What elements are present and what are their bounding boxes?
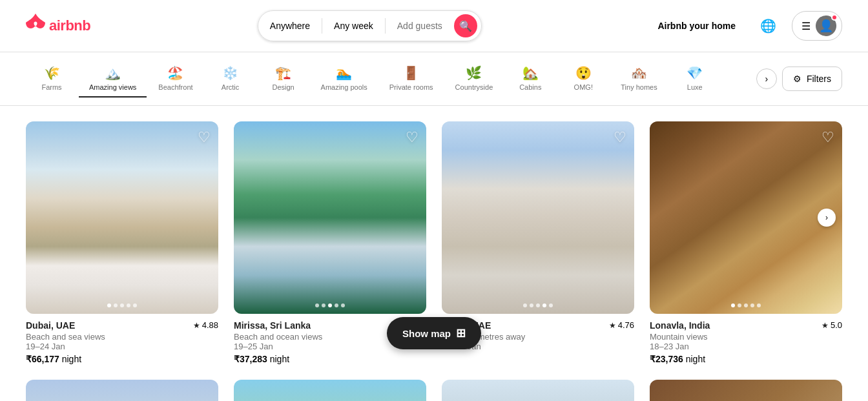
listing-dates: 18–23 Jan [650,342,842,351]
category-item-omg[interactable]: 😲 OMG! [557,60,609,98]
image-dots [523,303,553,307]
image-dot-4 [549,303,553,307]
partial-listing-2[interactable] [234,380,426,401]
listing-image-container: ♡ [234,121,426,314]
image-dots [315,303,345,307]
dates-search[interactable]: Any week [322,15,385,36]
wishlist-button[interactable]: ♡ [614,129,626,146]
star-icon: ★ [822,321,829,330]
category-icon-design: 🏗️ [275,65,291,81]
image-dot-4 [133,303,137,307]
search-icon: 🔍 [459,20,472,32]
airbnb-logo-icon [26,14,45,39]
category-label-private-rooms: Private rooms [389,83,433,91]
category-item-design[interactable]: 🏗️ Design [258,60,309,98]
category-item-countryside[interactable]: 🌿 Countryside [445,60,504,98]
partial-listing-4[interactable] [650,380,842,401]
show-map-label: Show map [402,328,451,339]
wishlist-button[interactable]: ♡ [198,129,211,146]
category-label-beachfront: Beachfront [158,83,192,91]
image-dot-2 [328,303,332,307]
image-dot-2 [744,303,748,307]
location-search[interactable]: Anywhere [258,15,322,36]
guests-search[interactable]: Add guests [386,15,454,36]
image-dots [107,303,137,307]
category-label-arctic: Arctic [222,83,240,91]
listing-location: Dubai, UAE [26,320,75,331]
main-content: ♡ Dubai, UAE ★ 4.88 Beach and sea views … [0,106,868,401]
listing-card-listing-1[interactable]: ♡ Dubai, UAE ★ 4.88 Beach and sea views … [26,121,218,364]
logo[interactable]: airbnb [26,14,90,39]
logo-text: airbnb [49,17,90,34]
price-unit: night [62,354,81,364]
category-item-arctic[interactable]: ❄️ Arctic [205,60,256,98]
category-item-farms[interactable]: 🌾 Farms [26,60,78,98]
category-item-tiny-homes[interactable]: 🏘️ Tiny homes [610,60,667,98]
image-dot-3 [542,303,546,307]
listing-image-container: ♡ › [650,121,842,314]
listing-location: Mirissa, Sri Lanka [234,320,311,331]
listing-image-container: ♡ [442,121,634,314]
language-icon[interactable]: 🌐 [755,13,781,39]
listing-price: ₹37,283 [234,354,267,364]
image-dot-4 [757,303,761,307]
listing-image-3 [650,121,842,314]
listing-subtitle: Beach and sea views [26,332,218,342]
user-menu-button[interactable]: ☰ 👤 [792,11,842,41]
avatar: 👤 [816,15,836,36]
show-map-button[interactable]: Show map ⊞ [387,317,481,349]
filters-button[interactable]: ⚙ Filters [782,67,842,91]
image-next-button[interactable]: › [818,209,836,227]
category-icon-cabins: 🏡 [522,65,539,81]
category-item-cabins[interactable]: 🏡 Cabins [504,60,556,98]
header: airbnb Anywhere Any week Add guests 🔍 Ai… [0,0,868,52]
rating-value: 4.76 [618,320,634,330]
category-label-luxe: Luxe [687,83,703,91]
listing-dates: 19–24 Jan [26,342,218,351]
listing-info: Lonavla, India ★ 5.0 Mountain views 18–2… [650,320,842,364]
category-icon-farms: 🌾 [44,65,60,81]
category-nav-next[interactable]: › [756,68,777,89]
listing-location: Lonavla, India [650,320,710,331]
category-item-beachfront[interactable]: 🏖️ Beachfront [148,60,203,98]
category-icon-countryside: 🌿 [466,65,482,81]
image-dots [731,303,761,307]
category-icon-beachfront: 🏖️ [167,65,183,81]
category-item-amazing-views[interactable]: 🏔️ Amazing views [79,60,147,98]
listing-top-row: Dubai, UAE ★ 4.88 [26,320,218,331]
category-icon-omg: 😲 [575,65,592,81]
category-item-private-rooms[interactable]: 🚪 Private rooms [379,60,444,98]
listing-image-0 [26,121,218,314]
image-dot-3 [127,303,130,307]
search-submit-button[interactable]: 🔍 [454,14,477,37]
category-icon-amazing-views: 🏔️ [105,65,121,81]
category-item-luxe[interactable]: 💎 Luxe [669,60,721,98]
category-icon-private-rooms: 🚪 [403,65,419,81]
category-icon-luxe: 💎 [687,65,703,81]
star-icon: ★ [609,321,616,330]
listing-subtitle: Mountain views [650,332,842,342]
filters-label: Filters [807,74,831,84]
listing-rating: ★ 4.88 [193,320,218,330]
image-dot-0 [107,303,111,307]
listing-rating: ★ 4.76 [609,320,634,330]
image-dot-2 [536,303,540,307]
map-icon: ⊞ [456,326,466,340]
wishlist-button[interactable]: ♡ [406,129,418,146]
image-dot-1 [322,303,326,307]
category-item-amazing-pools[interactable]: 🏊 Amazing pools [311,60,378,98]
image-dot-3 [335,303,338,307]
wishlist-button[interactable]: ♡ [822,129,834,146]
star-icon: ★ [193,321,200,330]
airbnb-home-button[interactable]: Airbnb your home [648,15,745,36]
listing-price: ₹66,177 [26,354,59,364]
category-label-cabins: Cabins [519,83,541,91]
image-dot-1 [530,303,533,307]
partial-listing-1[interactable] [26,380,218,401]
listing-price-row: ₹66,177 night [26,354,218,364]
image-dot-0 [315,303,319,307]
listing-top-row: Lonavla, India ★ 5.0 [650,320,842,331]
partial-listing-3[interactable] [442,380,634,401]
listing-card-listing-4[interactable]: ♡ › Lonavla, India ★ 5.0 Mountain views … [650,121,842,364]
category-list: 🌾 Farms 🏔️ Amazing views 🏖️ Beachfront ❄… [26,60,751,98]
